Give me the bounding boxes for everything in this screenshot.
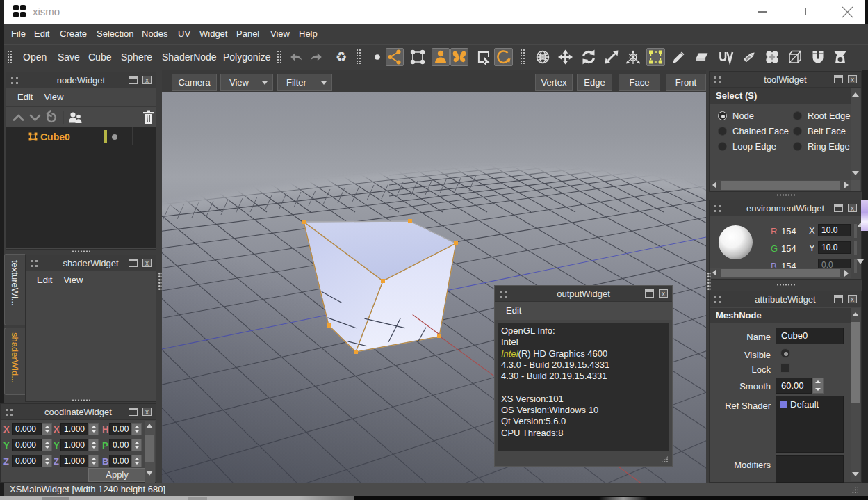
svg-text:♻: ♻ [336,49,347,64]
